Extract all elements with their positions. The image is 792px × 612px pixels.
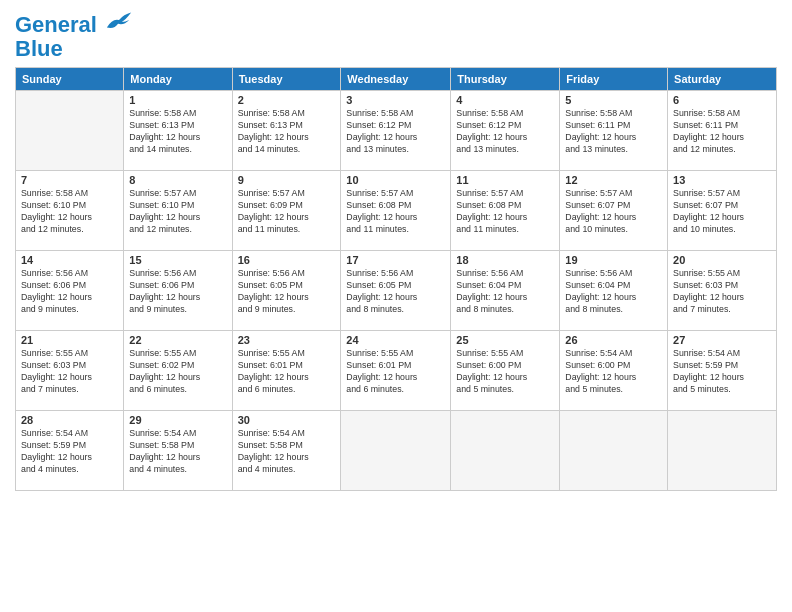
header-monday: Monday xyxy=(124,68,232,91)
day-number: 11 xyxy=(456,174,554,186)
calendar-cell: 27Sunrise: 5:54 AM Sunset: 5:59 PM Dayli… xyxy=(668,331,777,411)
header-wednesday: Wednesday xyxy=(341,68,451,91)
day-info: Sunrise: 5:57 AM Sunset: 6:10 PM Dayligh… xyxy=(129,188,226,236)
day-number: 6 xyxy=(673,94,771,106)
calendar-cell: 11Sunrise: 5:57 AM Sunset: 6:08 PM Dayli… xyxy=(451,171,560,251)
day-info: Sunrise: 5:56 AM Sunset: 6:05 PM Dayligh… xyxy=(238,268,336,316)
calendar-cell: 12Sunrise: 5:57 AM Sunset: 6:07 PM Dayli… xyxy=(560,171,668,251)
calendar-cell: 21Sunrise: 5:55 AM Sunset: 6:03 PM Dayli… xyxy=(16,331,124,411)
logo-general: General xyxy=(15,12,97,37)
day-number: 5 xyxy=(565,94,662,106)
calendar-cell: 2Sunrise: 5:58 AM Sunset: 6:13 PM Daylig… xyxy=(232,91,341,171)
day-info: Sunrise: 5:58 AM Sunset: 6:11 PM Dayligh… xyxy=(673,108,771,156)
logo-blue: Blue xyxy=(15,37,133,61)
calendar-cell: 4Sunrise: 5:58 AM Sunset: 6:12 PM Daylig… xyxy=(451,91,560,171)
day-number: 4 xyxy=(456,94,554,106)
calendar-cell: 19Sunrise: 5:56 AM Sunset: 6:04 PM Dayli… xyxy=(560,251,668,331)
day-number: 14 xyxy=(21,254,118,266)
header-saturday: Saturday xyxy=(668,68,777,91)
day-number: 28 xyxy=(21,414,118,426)
calendar-cell: 25Sunrise: 5:55 AM Sunset: 6:00 PM Dayli… xyxy=(451,331,560,411)
calendar-cell: 24Sunrise: 5:55 AM Sunset: 6:01 PM Dayli… xyxy=(341,331,451,411)
calendar-week-row: 7Sunrise: 5:58 AM Sunset: 6:10 PM Daylig… xyxy=(16,171,777,251)
day-info: Sunrise: 5:56 AM Sunset: 6:04 PM Dayligh… xyxy=(456,268,554,316)
day-number: 12 xyxy=(565,174,662,186)
calendar-week-row: 21Sunrise: 5:55 AM Sunset: 6:03 PM Dayli… xyxy=(16,331,777,411)
calendar-header: Sunday Monday Tuesday Wednesday Thursday… xyxy=(16,68,777,91)
day-info: Sunrise: 5:54 AM Sunset: 5:58 PM Dayligh… xyxy=(129,428,226,476)
calendar-cell: 22Sunrise: 5:55 AM Sunset: 6:02 PM Dayli… xyxy=(124,331,232,411)
calendar-cell: 7Sunrise: 5:58 AM Sunset: 6:10 PM Daylig… xyxy=(16,171,124,251)
day-info: Sunrise: 5:56 AM Sunset: 6:06 PM Dayligh… xyxy=(21,268,118,316)
day-number: 19 xyxy=(565,254,662,266)
day-number: 7 xyxy=(21,174,118,186)
day-info: Sunrise: 5:55 AM Sunset: 6:02 PM Dayligh… xyxy=(129,348,226,396)
day-number: 26 xyxy=(565,334,662,346)
day-info: Sunrise: 5:55 AM Sunset: 6:00 PM Dayligh… xyxy=(456,348,554,396)
calendar-cell: 30Sunrise: 5:54 AM Sunset: 5:58 PM Dayli… xyxy=(232,411,341,491)
day-info: Sunrise: 5:57 AM Sunset: 6:08 PM Dayligh… xyxy=(456,188,554,236)
calendar-cell xyxy=(341,411,451,491)
header-tuesday: Tuesday xyxy=(232,68,341,91)
calendar-cell: 3Sunrise: 5:58 AM Sunset: 6:12 PM Daylig… xyxy=(341,91,451,171)
day-info: Sunrise: 5:54 AM Sunset: 5:59 PM Dayligh… xyxy=(673,348,771,396)
calendar-cell: 5Sunrise: 5:58 AM Sunset: 6:11 PM Daylig… xyxy=(560,91,668,171)
calendar-week-row: 1Sunrise: 5:58 AM Sunset: 6:13 PM Daylig… xyxy=(16,91,777,171)
calendar-cell: 6Sunrise: 5:58 AM Sunset: 6:11 PM Daylig… xyxy=(668,91,777,171)
page: General Blue Sunday Monday Tuesday Wedne… xyxy=(0,0,792,612)
calendar-cell: 16Sunrise: 5:56 AM Sunset: 6:05 PM Dayli… xyxy=(232,251,341,331)
calendar-cell xyxy=(560,411,668,491)
day-info: Sunrise: 5:58 AM Sunset: 6:11 PM Dayligh… xyxy=(565,108,662,156)
day-number: 22 xyxy=(129,334,226,346)
day-number: 29 xyxy=(129,414,226,426)
logo: General Blue xyxy=(15,10,133,61)
day-number: 1 xyxy=(129,94,226,106)
day-info: Sunrise: 5:56 AM Sunset: 6:06 PM Dayligh… xyxy=(129,268,226,316)
calendar-cell xyxy=(16,91,124,171)
day-number: 25 xyxy=(456,334,554,346)
day-info: Sunrise: 5:57 AM Sunset: 6:08 PM Dayligh… xyxy=(346,188,445,236)
day-info: Sunrise: 5:56 AM Sunset: 6:05 PM Dayligh… xyxy=(346,268,445,316)
calendar-cell: 1Sunrise: 5:58 AM Sunset: 6:13 PM Daylig… xyxy=(124,91,232,171)
day-info: Sunrise: 5:54 AM Sunset: 6:00 PM Dayligh… xyxy=(565,348,662,396)
day-info: Sunrise: 5:58 AM Sunset: 6:12 PM Dayligh… xyxy=(456,108,554,156)
day-info: Sunrise: 5:57 AM Sunset: 6:07 PM Dayligh… xyxy=(565,188,662,236)
day-number: 13 xyxy=(673,174,771,186)
calendar-week-row: 28Sunrise: 5:54 AM Sunset: 5:59 PM Dayli… xyxy=(16,411,777,491)
header-thursday: Thursday xyxy=(451,68,560,91)
day-number: 10 xyxy=(346,174,445,186)
day-number: 15 xyxy=(129,254,226,266)
day-info: Sunrise: 5:55 AM Sunset: 6:01 PM Dayligh… xyxy=(346,348,445,396)
calendar-cell: 10Sunrise: 5:57 AM Sunset: 6:08 PM Dayli… xyxy=(341,171,451,251)
day-info: Sunrise: 5:54 AM Sunset: 5:59 PM Dayligh… xyxy=(21,428,118,476)
day-number: 21 xyxy=(21,334,118,346)
logo-bird-icon xyxy=(105,10,133,32)
day-number: 30 xyxy=(238,414,336,426)
calendar-cell: 17Sunrise: 5:56 AM Sunset: 6:05 PM Dayli… xyxy=(341,251,451,331)
day-info: Sunrise: 5:58 AM Sunset: 6:12 PM Dayligh… xyxy=(346,108,445,156)
calendar-cell: 29Sunrise: 5:54 AM Sunset: 5:58 PM Dayli… xyxy=(124,411,232,491)
day-number: 27 xyxy=(673,334,771,346)
day-number: 24 xyxy=(346,334,445,346)
calendar-cell: 13Sunrise: 5:57 AM Sunset: 6:07 PM Dayli… xyxy=(668,171,777,251)
day-info: Sunrise: 5:56 AM Sunset: 6:04 PM Dayligh… xyxy=(565,268,662,316)
day-number: 8 xyxy=(129,174,226,186)
calendar-cell: 9Sunrise: 5:57 AM Sunset: 6:09 PM Daylig… xyxy=(232,171,341,251)
calendar-table: Sunday Monday Tuesday Wednesday Thursday… xyxy=(15,67,777,491)
day-number: 17 xyxy=(346,254,445,266)
calendar-cell xyxy=(668,411,777,491)
day-info: Sunrise: 5:58 AM Sunset: 6:13 PM Dayligh… xyxy=(129,108,226,156)
header-sunday: Sunday xyxy=(16,68,124,91)
calendar-cell: 28Sunrise: 5:54 AM Sunset: 5:59 PM Dayli… xyxy=(16,411,124,491)
day-number: 9 xyxy=(238,174,336,186)
day-info: Sunrise: 5:58 AM Sunset: 6:13 PM Dayligh… xyxy=(238,108,336,156)
header-row: Sunday Monday Tuesday Wednesday Thursday… xyxy=(16,68,777,91)
day-number: 2 xyxy=(238,94,336,106)
day-info: Sunrise: 5:57 AM Sunset: 6:07 PM Dayligh… xyxy=(673,188,771,236)
header-friday: Friday xyxy=(560,68,668,91)
day-number: 16 xyxy=(238,254,336,266)
day-info: Sunrise: 5:55 AM Sunset: 6:01 PM Dayligh… xyxy=(238,348,336,396)
calendar-cell: 20Sunrise: 5:55 AM Sunset: 6:03 PM Dayli… xyxy=(668,251,777,331)
logo-text: General xyxy=(15,10,133,37)
calendar-cell xyxy=(451,411,560,491)
